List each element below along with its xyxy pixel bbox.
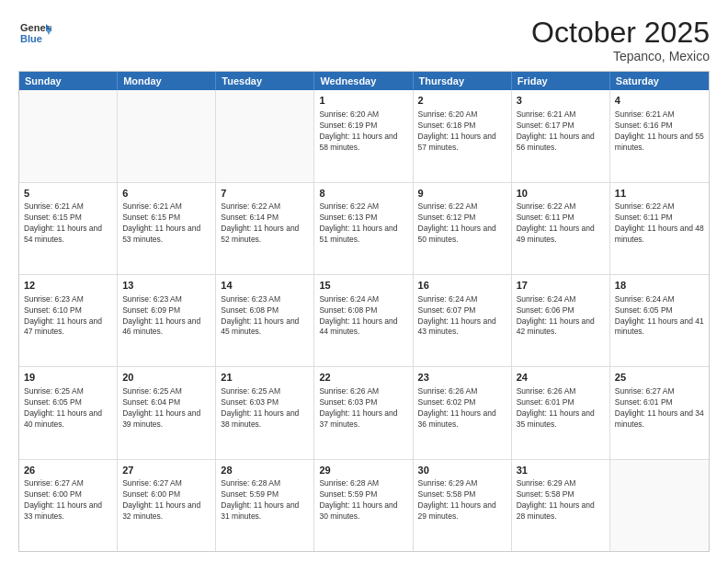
day-number: 28 — [221, 464, 309, 477]
day-number: 2 — [418, 94, 506, 108]
day-info: Sunrise: 6:23 AM Sunset: 6:08 PM Dayligh… — [221, 294, 309, 339]
day-number: 6 — [122, 187, 210, 201]
day-cell-8: 8Sunrise: 6:22 AM Sunset: 6:13 PM Daylig… — [314, 183, 413, 274]
day-info: Sunrise: 6:21 AM Sunset: 6:15 PM Dayligh… — [122, 201, 210, 246]
day-number: 7 — [221, 187, 309, 201]
empty-cell-0-0 — [19, 90, 118, 181]
day-cell-20: 20Sunrise: 6:25 AM Sunset: 6:04 PM Dayli… — [118, 367, 216, 458]
week-row-2: 12Sunrise: 6:23 AM Sunset: 6:10 PM Dayli… — [19, 275, 709, 367]
day-info: Sunrise: 6:21 AM Sunset: 6:15 PM Dayligh… — [24, 201, 112, 246]
day-number: 31 — [517, 464, 605, 477]
day-number: 23 — [418, 371, 506, 385]
day-number: 14 — [221, 279, 309, 293]
day-number: 5 — [24, 187, 112, 201]
day-cell-7: 7Sunrise: 6:22 AM Sunset: 6:14 PM Daylig… — [216, 183, 314, 274]
day-cell-10: 10Sunrise: 6:22 AM Sunset: 6:11 PM Dayli… — [512, 183, 610, 274]
day-number: 12 — [24, 279, 112, 293]
day-cell-24: 24Sunrise: 6:26 AM Sunset: 6:01 PM Dayli… — [512, 367, 610, 458]
day-info: Sunrise: 6:22 AM Sunset: 6:11 PM Dayligh… — [615, 201, 704, 246]
logo: General Blue — [18, 17, 51, 50]
day-info: Sunrise: 6:20 AM Sunset: 6:18 PM Dayligh… — [418, 109, 506, 154]
day-info: Sunrise: 6:20 AM Sunset: 6:19 PM Dayligh… — [319, 109, 407, 154]
day-info: Sunrise: 6:24 AM Sunset: 6:07 PM Dayligh… — [418, 294, 506, 339]
empty-cell-0-1 — [118, 90, 216, 181]
day-number: 1 — [319, 94, 407, 108]
day-cell-23: 23Sunrise: 6:26 AM Sunset: 6:02 PM Dayli… — [414, 367, 512, 458]
page: General Blue October 2025 Tepanco, Mexic… — [0, 0, 728, 563]
day-info: Sunrise: 6:25 AM Sunset: 6:03 PM Dayligh… — [221, 386, 309, 431]
day-number: 30 — [418, 464, 506, 477]
calendar-body: 1Sunrise: 6:20 AM Sunset: 6:19 PM Daylig… — [19, 90, 709, 551]
day-number: 8 — [319, 187, 407, 201]
day-number: 22 — [319, 371, 407, 385]
day-info: Sunrise: 6:24 AM Sunset: 6:08 PM Dayligh… — [319, 294, 407, 339]
day-cell-27: 27Sunrise: 6:27 AM Sunset: 6:00 PM Dayli… — [118, 460, 216, 551]
day-cell-2: 2Sunrise: 6:20 AM Sunset: 6:18 PM Daylig… — [414, 90, 512, 181]
day-number: 16 — [418, 279, 506, 293]
logo-icon: General Blue — [18, 17, 51, 50]
day-number: 3 — [517, 94, 605, 108]
day-info: Sunrise: 6:26 AM Sunset: 6:03 PM Dayligh… — [319, 386, 407, 431]
header-thursday: Thursday — [414, 72, 512, 90]
day-info: Sunrise: 6:23 AM Sunset: 6:10 PM Dayligh… — [24, 294, 112, 339]
day-number: 17 — [517, 279, 605, 293]
day-cell-14: 14Sunrise: 6:23 AM Sunset: 6:08 PM Dayli… — [216, 275, 314, 366]
day-number: 10 — [517, 187, 605, 201]
day-cell-31: 31Sunrise: 6:29 AM Sunset: 5:58 PM Dayli… — [512, 460, 610, 551]
day-cell-12: 12Sunrise: 6:23 AM Sunset: 6:10 PM Dayli… — [19, 275, 118, 366]
day-info: Sunrise: 6:27 AM Sunset: 6:00 PM Dayligh… — [122, 478, 210, 523]
day-info: Sunrise: 6:22 AM Sunset: 6:12 PM Dayligh… — [418, 201, 506, 246]
day-number: 21 — [221, 371, 309, 385]
day-cell-11: 11Sunrise: 6:22 AM Sunset: 6:11 PM Dayli… — [610, 183, 709, 274]
svg-text:Blue: Blue — [20, 33, 42, 44]
day-info: Sunrise: 6:28 AM Sunset: 5:59 PM Dayligh… — [221, 478, 309, 523]
day-info: Sunrise: 6:27 AM Sunset: 6:01 PM Dayligh… — [615, 386, 704, 431]
day-cell-6: 6Sunrise: 6:21 AM Sunset: 6:15 PM Daylig… — [118, 183, 216, 274]
day-cell-4: 4Sunrise: 6:21 AM Sunset: 6:16 PM Daylig… — [610, 90, 709, 181]
day-info: Sunrise: 6:21 AM Sunset: 6:17 PM Dayligh… — [517, 109, 605, 154]
week-row-3: 19Sunrise: 6:25 AM Sunset: 6:05 PM Dayli… — [19, 367, 709, 459]
day-number: 4 — [615, 94, 704, 108]
header-friday: Friday — [512, 72, 610, 90]
day-cell-22: 22Sunrise: 6:26 AM Sunset: 6:03 PM Dayli… — [314, 367, 413, 458]
day-number: 15 — [319, 279, 407, 293]
day-info: Sunrise: 6:25 AM Sunset: 6:05 PM Dayligh… — [24, 386, 112, 431]
calendar: Sunday Monday Tuesday Wednesday Thursday… — [18, 71, 710, 552]
day-info: Sunrise: 6:26 AM Sunset: 6:01 PM Dayligh… — [517, 386, 605, 431]
empty-cell-4-6 — [610, 460, 709, 551]
day-cell-13: 13Sunrise: 6:23 AM Sunset: 6:09 PM Dayli… — [118, 275, 216, 366]
day-info: Sunrise: 6:24 AM Sunset: 6:05 PM Dayligh… — [615, 294, 704, 339]
day-cell-26: 26Sunrise: 6:27 AM Sunset: 6:00 PM Dayli… — [19, 460, 118, 551]
day-cell-15: 15Sunrise: 6:24 AM Sunset: 6:08 PM Dayli… — [314, 275, 413, 366]
day-number: 29 — [319, 464, 407, 477]
day-info: Sunrise: 6:25 AM Sunset: 6:04 PM Dayligh… — [122, 386, 210, 431]
header-saturday: Saturday — [610, 72, 709, 90]
day-cell-5: 5Sunrise: 6:21 AM Sunset: 6:15 PM Daylig… — [19, 183, 118, 274]
day-number: 13 — [122, 279, 210, 293]
day-number: 9 — [418, 187, 506, 201]
day-info: Sunrise: 6:26 AM Sunset: 6:02 PM Dayligh… — [418, 386, 506, 431]
day-number: 25 — [615, 371, 704, 385]
day-number: 19 — [24, 371, 112, 385]
day-cell-19: 19Sunrise: 6:25 AM Sunset: 6:05 PM Dayli… — [19, 367, 118, 458]
day-info: Sunrise: 6:29 AM Sunset: 5:58 PM Dayligh… — [517, 478, 605, 523]
day-info: Sunrise: 6:28 AM Sunset: 5:59 PM Dayligh… — [319, 478, 407, 523]
header-monday: Monday — [118, 72, 216, 90]
location: Tepanco, Mexico — [531, 49, 710, 63]
day-cell-3: 3Sunrise: 6:21 AM Sunset: 6:17 PM Daylig… — [512, 90, 610, 181]
day-info: Sunrise: 6:27 AM Sunset: 6:00 PM Dayligh… — [24, 478, 112, 523]
empty-cell-0-2 — [216, 90, 314, 181]
header-tuesday: Tuesday — [216, 72, 314, 90]
header-wednesday: Wednesday — [314, 72, 413, 90]
day-cell-28: 28Sunrise: 6:28 AM Sunset: 5:59 PM Dayli… — [216, 460, 314, 551]
day-cell-1: 1Sunrise: 6:20 AM Sunset: 6:19 PM Daylig… — [314, 90, 413, 181]
week-row-1: 5Sunrise: 6:21 AM Sunset: 6:15 PM Daylig… — [19, 183, 709, 275]
day-number: 26 — [24, 464, 112, 477]
calendar-header: Sunday Monday Tuesday Wednesday Thursday… — [19, 72, 709, 90]
day-info: Sunrise: 6:22 AM Sunset: 6:13 PM Dayligh… — [319, 201, 407, 246]
day-cell-25: 25Sunrise: 6:27 AM Sunset: 6:01 PM Dayli… — [610, 367, 709, 458]
day-number: 11 — [615, 187, 704, 201]
day-number: 20 — [122, 371, 210, 385]
header-sunday: Sunday — [19, 72, 118, 90]
header: General Blue October 2025 Tepanco, Mexic… — [18, 17, 710, 63]
